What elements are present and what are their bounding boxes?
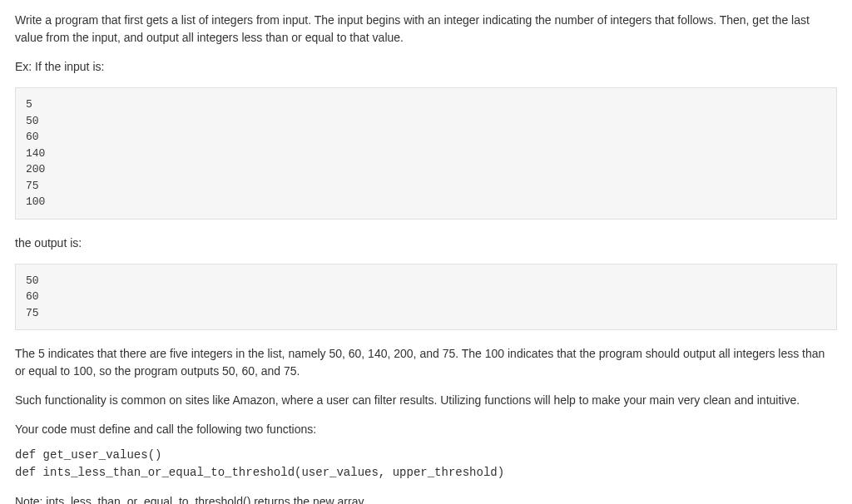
note-paragraph: Note: ints_less_than_or_equal_to_thresho… bbox=[15, 493, 837, 504]
explanation-1: The 5 indicates that there are five inte… bbox=[15, 345, 837, 380]
example-output-label: the output is: bbox=[15, 235, 837, 252]
function-def-1: def get_user_values() bbox=[15, 447, 837, 464]
example-input-label: Ex: If the input is: bbox=[15, 58, 837, 76]
input-example-code: 5 50 60 140 200 75 100 bbox=[15, 87, 837, 220]
intro-paragraph: Write a program that first gets a list o… bbox=[15, 12, 837, 47]
problem-statement: Write a program that first gets a list o… bbox=[0, 0, 852, 504]
explanation-2: Such functionality is common on sites li… bbox=[15, 392, 837, 409]
function-def-2: def ints_less_than_or_equal_to_threshold… bbox=[15, 464, 837, 482]
functions-intro: Your code must define and call the follo… bbox=[15, 421, 837, 438]
output-example-code: 50 60 75 bbox=[15, 264, 837, 331]
